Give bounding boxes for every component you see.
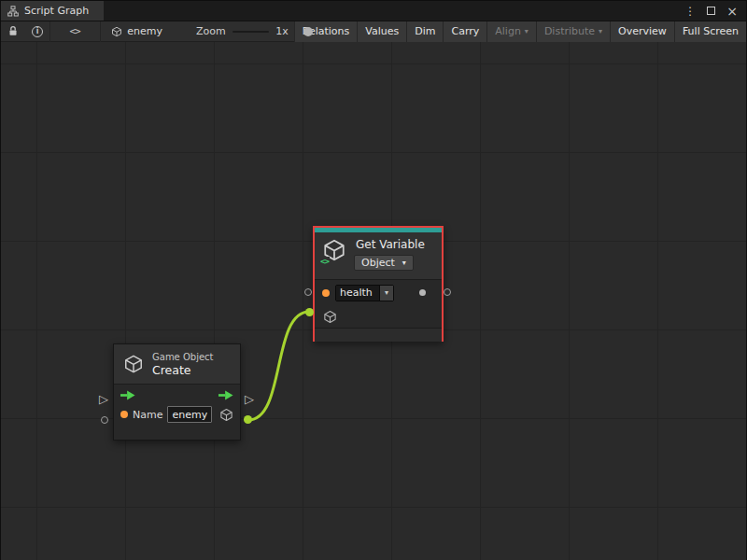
name-label: Name [133, 409, 162, 421]
name-port-dot [120, 411, 128, 418]
graph-canvas[interactable]: <> Get Variable Object ▾ ▾ [1, 42, 746, 560]
zoom-label: Zoom [196, 25, 226, 37]
variable-scope-label: Object [361, 257, 395, 269]
zoom-slider[interactable] [233, 31, 270, 33]
get-variable-name-input-port[interactable] [304, 288, 312, 296]
chevron-down-icon: ▾ [599, 28, 602, 35]
tab-title: Script Graph [24, 5, 89, 17]
node-footer [315, 328, 442, 342]
align-dropdown-button[interactable]: Align ▾ [486, 21, 536, 42]
graph-icon [7, 6, 19, 17]
full-screen-button[interactable]: Full Screen [674, 21, 746, 42]
control-flow-row [114, 385, 240, 402]
variable-name-input[interactable] [336, 286, 379, 301]
edit-graph-button[interactable]: <> [63, 21, 86, 42]
node-header: <> Get Variable Object ▾ [315, 232, 442, 279]
code-icon: <> [319, 257, 330, 266]
variable-scope-dropdown[interactable]: Object ▾ [354, 255, 414, 271]
name-row: Name [114, 402, 240, 423]
zoom-slider-handle[interactable] [303, 27, 313, 36]
node-body: Name [114, 384, 240, 440]
control-input-arrow-icon[interactable] [120, 390, 135, 400]
node-create-game-object[interactable]: Game Object Create Name [113, 343, 241, 441]
node-get-variable[interactable]: <> Get Variable Object ▾ ▾ [313, 226, 444, 342]
object-input-row [315, 305, 442, 328]
connection-wire[interactable] [248, 312, 309, 420]
game-object-icon [111, 26, 122, 37]
create-game-object-output-port[interactable] [244, 415, 252, 424]
titlebar: Script Graph ⋮ × [1, 1, 746, 21]
values-button[interactable]: Values [357, 21, 406, 42]
overview-button[interactable]: Overview [610, 21, 674, 42]
value-output-dot [419, 289, 426, 296]
tab-script-graph[interactable]: Script Graph [1, 1, 104, 21]
lock-button[interactable] [1, 21, 25, 42]
chevron-down-icon: ▾ [525, 28, 529, 35]
game-object-output-icon[interactable] [219, 408, 233, 422]
variable-name-combo: ▾ [335, 285, 394, 301]
game-object-icon [123, 354, 144, 374]
create-control-output-port[interactable]: ▷ [245, 393, 254, 405]
node-title: Create [152, 363, 214, 377]
node-body: ▾ [315, 279, 442, 328]
carry-button[interactable]: Carry [443, 21, 486, 42]
create-control-input-port[interactable]: ▷ [99, 393, 108, 405]
align-label: Align [495, 25, 521, 37]
script-graph-window: Script Graph ⋮ × i <> enemy [0, 0, 747, 560]
create-name-input-port[interactable] [101, 416, 108, 424]
get-variable-value-output-port[interactable] [444, 288, 451, 296]
object-variable-icon: <> [322, 238, 346, 262]
get-variable-object-input-port[interactable] [305, 308, 314, 316]
node-title: Get Variable [354, 238, 425, 251]
chevron-down-icon: ▾ [385, 289, 388, 297]
toolbar-buttons: Relations Values Dim Carry Align ▾ Distr… [294, 21, 746, 42]
window-controls: ⋮ × [684, 1, 746, 21]
variable-name-dropdown-button[interactable]: ▾ [379, 286, 393, 301]
object-input-port-icon[interactable] [323, 310, 337, 324]
zoom-value: 1x [275, 25, 289, 37]
variable-name-row: ▾ [315, 280, 442, 305]
node-header: Game Object Create [114, 344, 240, 384]
code-icon: <> [69, 25, 79, 37]
dim-button[interactable]: Dim [406, 21, 443, 42]
control-output-arrow-icon[interactable] [218, 390, 233, 400]
menu-kebab-icon[interactable]: ⋮ [684, 6, 696, 17]
value-port-dot [322, 289, 330, 297]
name-input[interactable] [167, 406, 212, 423]
graph-target: enemy [100, 25, 170, 37]
chevron-down-icon: ▾ [402, 259, 406, 267]
node-subtitle: Game Object [152, 352, 214, 362]
distribute-label: Distribute [544, 25, 595, 37]
lock-icon [7, 25, 19, 37]
info-icon: i [32, 26, 43, 37]
graph-toolbar: i <> enemy Zoom 1x Relations Values Dim … [1, 21, 746, 42]
target-name-label: enemy [127, 25, 162, 37]
close-icon[interactable]: × [726, 5, 738, 18]
distribute-dropdown-button[interactable]: Distribute ▾ [536, 21, 610, 42]
inspect-button[interactable]: i [25, 21, 49, 42]
maximize-icon[interactable] [707, 7, 715, 15]
